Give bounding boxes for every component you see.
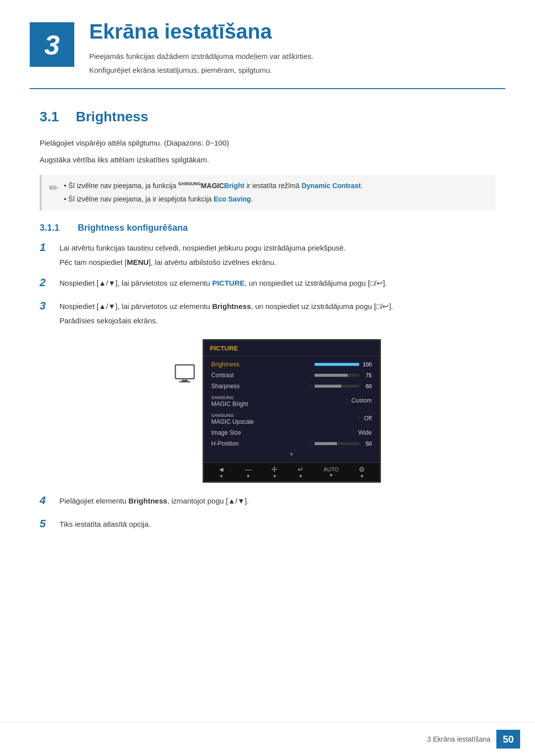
contrast-bar: 75 [315, 372, 372, 378]
step-3-subtext: Parādīsies sekojošais ekrāns. [59, 315, 495, 327]
chapter-title-block: Ekrāna iestatīšana Pieejamās funkcijas d… [89, 20, 314, 78]
enter-icon: ↵ [298, 465, 304, 473]
chapter-number-box: 3 [30, 22, 74, 67]
h-position-bar: 50 [315, 441, 372, 447]
menu-item-image-size-label: Image Size [212, 429, 349, 436]
brightness-bar: 100 [315, 361, 372, 367]
svg-rect-0 [175, 365, 194, 379]
menu-item-contrast-label: Contrast [212, 372, 305, 379]
step-2: 2 Nospiediet [▲/▼], lai pārvietotos uz e… [40, 277, 495, 292]
h-position-track [315, 442, 359, 445]
h-position-fill [315, 442, 337, 445]
ctrl-minus: — ▼ [245, 465, 252, 479]
ctrl-plus: ✛ ▼ [271, 465, 277, 479]
svg-rect-1 [182, 380, 188, 381]
image-size-value: Wide [358, 429, 372, 436]
step-1-content: Lai atvērtu funkcijas taustiņu ceļvedi, … [59, 242, 495, 268]
menu-scroll-down: ▼ [204, 449, 379, 460]
screen-title: PICTURE [204, 341, 379, 356]
footer-page-number: 50 [496, 730, 520, 749]
note-icon: ✏ [49, 182, 58, 195]
chapter-subtitle2: Konfigurējiet ekrāna iestatījumus, piemē… [89, 65, 314, 76]
minus-label: ▼ [246, 474, 251, 479]
chapter-subtitle1: Pieejamās funkcijas dažādiem izstrādājum… [89, 51, 314, 62]
step-3-number: 3 [40, 300, 59, 312]
settings-label: ▼ [360, 474, 364, 479]
chapter-number: 3 [44, 29, 59, 61]
screen-menu-items: Brightness : 100 Contrast [204, 356, 379, 462]
section-number: 3.1 [40, 109, 67, 125]
note-item-2: Šī izvēlne nav pieejama, ja ir iespējota… [64, 194, 488, 204]
sharpness-track [315, 385, 359, 388]
menu-item-h-position-label: H-Position [212, 440, 305, 447]
step-4-number: 4 [40, 494, 59, 507]
chapter-header: 3 Ekrāna iestatīšana Pieejamās funkcijas… [0, 0, 535, 88]
page-footer: 3 Ekrāna iestatīšana 50 [0, 722, 535, 756]
step-1: 1 Lai atvērtu funkcijas taustiņu ceļvedi… [40, 242, 495, 268]
steps-list: 1 Lai atvērtu funkcijas taustiņu ceļvedi… [40, 242, 495, 327]
step-3: 3 Nospiediet [▲/▼], lai pārvietotos uz e… [40, 301, 495, 327]
magic-bright-value: Custom [351, 397, 372, 404]
back-label: ▼ [219, 474, 223, 479]
page: 3 Ekrāna iestatīšana Pieejamās funkcijas… [0, 0, 535, 756]
step-1-text: Lai atvērtu funkcijas taustiņu ceļvedi, … [59, 242, 495, 254]
ctrl-settings: ⚙ ▼ [359, 465, 365, 479]
auto-sublabel: ▼ [329, 473, 333, 478]
contrast-fill [315, 374, 348, 377]
back-icon: ◄ [218, 465, 225, 473]
plus-icon: ✛ [271, 465, 277, 473]
scroll-down-icon: ▼ [289, 451, 295, 458]
step-5-number: 5 [40, 517, 59, 530]
ctrl-enter: ↵ ▼ [298, 465, 304, 479]
step-3-content: Nospiediet [▲/▼], lai pārvietotos uz ele… [59, 301, 495, 327]
subsection-number: 3.1.1 [40, 223, 72, 233]
menu-item-magic-upscale: SAMSUNGMAGIC Upscale : Off [204, 409, 379, 427]
sharpness-bar: 60 [315, 383, 372, 389]
minus-icon: — [245, 465, 252, 473]
h-position-value: 50 [361, 441, 372, 447]
step-2-text: Nospiediet [▲/▼], lai pārvietotos uz ele… [59, 277, 495, 289]
subsection-title: Brightness konfigurēšana [78, 223, 188, 233]
menu-item-magic-bright: SAMSUNGMAGIC Bright : Custom [204, 392, 379, 409]
section-title: Brightness [76, 109, 148, 125]
step-3-text: Nospiediet [▲/▼], lai pārvietotos uz ele… [59, 301, 495, 312]
section-body1: Pielāgojiet vispārējo attēla spilgtumu. … [40, 137, 495, 149]
main-content: 3.1 Brightness Pielāgojiet vispārējo att… [0, 89, 535, 561]
step-1-subtext: Pēc tam nospiediet [MENU], lai atvērtu a… [59, 256, 495, 268]
auto-label: AUTO [323, 466, 338, 472]
settings-icon: ⚙ [359, 465, 365, 473]
section-body2: Augstāka vērtība liks attēlam izskatītie… [40, 154, 495, 166]
ctrl-back: ◄ ▼ [218, 465, 225, 479]
step-5-content: Tiks iestatīta atlasītā opcija. [59, 518, 495, 533]
step-4: 4 Pielāgojiet elementu Brightness, izman… [40, 495, 495, 509]
menu-item-image-size: Image Size : Wide [204, 427, 379, 438]
step-4-text: Pielāgojiet elementu Brightness, izmanto… [59, 495, 495, 507]
footer-chapter-label: 3 Ekrāna iestatīšana [427, 735, 490, 743]
step-2-content: Nospiediet [▲/▼], lai pārvietotos uz ele… [59, 277, 495, 292]
note-content: Šī izvēlne nav pieejama, ja funkcija SAM… [64, 181, 488, 204]
steps-list-continued: 4 Pielāgojiet elementu Brightness, izman… [40, 495, 495, 533]
monitor-icon [174, 364, 195, 388]
menu-item-sharpness: Sharpness : 60 [204, 381, 379, 392]
step-5: 5 Tiks iestatīta atlasītā opcija. [40, 518, 495, 533]
note-item-1: Šī izvēlne nav pieejama, ja funkcija SAM… [64, 181, 488, 191]
menu-item-brightness-label: Brightness [212, 361, 305, 368]
menu-item-h-position: H-Position : 50 [204, 438, 379, 449]
note-box: ✏ Šī izvēlne nav pieejama, ja funkcija S… [40, 175, 495, 210]
brightness-value: 100 [361, 361, 372, 367]
section-heading: 3.1 Brightness [40, 109, 495, 125]
step-1-number: 1 [40, 241, 59, 254]
step-4-content: Pielāgojiet elementu Brightness, izmanto… [59, 495, 495, 509]
screen-image-wrapper: PICTURE Brightness : 100 [59, 339, 495, 483]
sharpness-value: 60 [361, 383, 372, 389]
screen-container: PICTURE Brightness : 100 [174, 339, 381, 483]
magic-upscale-value: Off [364, 415, 372, 422]
step-5-text: Tiks iestatīta atlasītā opcija. [59, 518, 495, 530]
subsection-heading: 3.1.1 Brightness konfigurēšana [40, 223, 495, 233]
sharpness-fill [315, 385, 341, 388]
chapter-title: Ekrāna iestatīšana [89, 20, 314, 44]
enter-label: ▼ [298, 474, 303, 479]
svg-rect-2 [179, 381, 190, 383]
contrast-value: 75 [361, 372, 372, 378]
plus-label: ▼ [272, 474, 277, 479]
